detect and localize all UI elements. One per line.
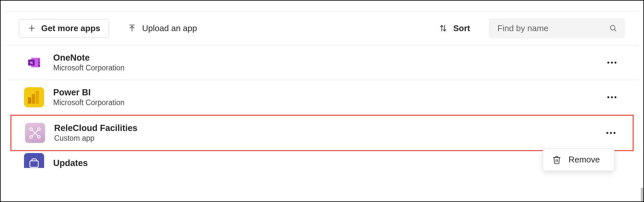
- get-more-apps-button[interactable]: Get more apps: [19, 19, 109, 38]
- svg-rect-11: [38, 65, 40, 67]
- more-options-button[interactable]: [604, 59, 620, 66]
- sort-button[interactable]: Sort: [433, 19, 476, 37]
- search-box[interactable]: [489, 18, 625, 38]
- list-item[interactable]: N OneNote Microsoft Corporation: [6, 45, 638, 80]
- app-icon-updates: [24, 153, 44, 168]
- trash-icon: [552, 155, 561, 164]
- svg-point-30: [610, 132, 612, 134]
- sort-label: Sort: [453, 23, 470, 33]
- plus-icon: [28, 24, 36, 32]
- app-text: ReleCloud Facilities Custom app: [54, 123, 138, 143]
- svg-point-20: [607, 96, 609, 98]
- app-name: Updates: [53, 158, 88, 168]
- upload-app-label: Upload an app: [142, 23, 197, 33]
- svg-rect-19: [28, 97, 31, 104]
- svg-point-29: [606, 132, 608, 134]
- app-publisher: Custom app: [54, 134, 138, 143]
- list-item-highlighted[interactable]: ReleCloud Facilities Custom app Remove: [10, 115, 634, 151]
- svg-text:N: N: [30, 61, 33, 65]
- svg-rect-18: [32, 94, 35, 104]
- more-icon: [607, 61, 617, 64]
- app-text: Power BI Microsoft Corporation: [53, 87, 125, 107]
- get-more-apps-label: Get more apps: [41, 23, 100, 33]
- app-text: OneNote Microsoft Corporation: [53, 53, 125, 73]
- svg-point-14: [607, 62, 609, 64]
- search-icon: [609, 24, 617, 32]
- app-icon-relecloud: [25, 123, 45, 143]
- sort-icon: [439, 24, 447, 32]
- more-icon: [606, 132, 616, 134]
- svg-rect-9: [38, 58, 40, 61]
- context-menu-remove: Remove: [568, 155, 600, 165]
- svg-point-31: [614, 132, 615, 134]
- svg-rect-10: [38, 61, 40, 64]
- app-publisher: Microsoft Corporation: [53, 98, 125, 107]
- context-menu[interactable]: Remove: [543, 149, 614, 171]
- search-input[interactable]: [497, 23, 604, 34]
- app-text: Updates: [53, 158, 88, 168]
- app-icon-powerbi: [24, 87, 44, 107]
- more-options-button[interactable]: [604, 94, 620, 101]
- more-icon: [607, 96, 617, 99]
- app-name: Power BI: [53, 87, 125, 98]
- svg-point-15: [611, 62, 613, 64]
- svg-rect-17: [36, 91, 39, 104]
- app-name: ReleCloud Facilities: [54, 123, 138, 133]
- upload-app-button[interactable]: Upload an app: [122, 19, 203, 37]
- app-name: OneNote: [53, 53, 125, 63]
- app-publisher: Microsoft Corporation: [53, 64, 125, 73]
- app-icon-onenote: N: [24, 53, 44, 73]
- svg-point-21: [611, 96, 613, 98]
- apps-list: N OneNote Microsoft Corporation Power BI…: [6, 45, 638, 168]
- svg-point-16: [614, 62, 616, 64]
- svg-rect-32: [30, 161, 38, 167]
- scrollbar[interactable]: [641, 188, 643, 201]
- upload-icon: [128, 24, 136, 32]
- list-item[interactable]: Power BI Microsoft Corporation: [6, 80, 638, 115]
- svg-line-7: [614, 29, 616, 31]
- svg-point-22: [614, 96, 616, 98]
- more-options-button[interactable]: [603, 130, 619, 136]
- apps-toolbar: Get more apps Upload an app Sort: [6, 11, 638, 45]
